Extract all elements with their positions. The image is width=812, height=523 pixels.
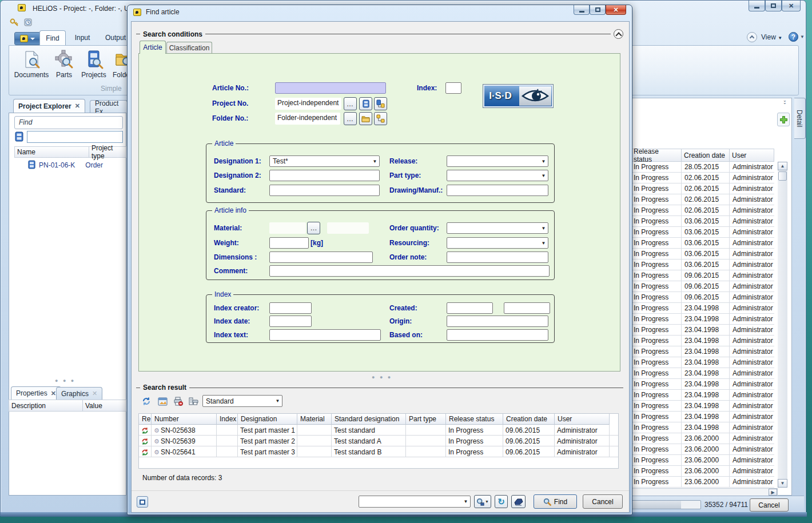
based-on-input[interactable]	[447, 329, 548, 341]
folder-structure-button[interactable]	[374, 112, 387, 125]
result-row[interactable]: ⚙SN-025638 Test part master 1 Test stand…	[139, 425, 618, 436]
refresh-results-button[interactable]	[141, 396, 152, 407]
result-row[interactable]: In Progress 09.06.2015 Administrator	[631, 281, 774, 292]
ribbon-tab-input[interactable]: Input	[68, 30, 97, 45]
result-row[interactable]: In Progress 23.04.1998 Administrator	[631, 314, 774, 325]
archive-clock-icon[interactable]	[23, 18, 33, 29]
result-row[interactable]: In Progress 23.04.1998 Administrator	[631, 346, 774, 357]
order-quantity-combo[interactable]: ▼	[447, 222, 548, 234]
material-browse-button[interactable]: …	[307, 222, 320, 234]
ribbon-tab-find[interactable]: Find	[39, 30, 66, 45]
resourcing-combo[interactable]: ▼	[447, 237, 548, 249]
find-parts-button[interactable]: Parts	[51, 48, 77, 82]
result-row[interactable]: ⚙SN-025641 Test part master 3 Test stand…	[139, 446, 618, 457]
result-row[interactable]: In Progress 23.04.1998 Administrator	[631, 325, 774, 336]
scroll-down-icon[interactable]: ▼	[778, 479, 787, 488]
comment-input[interactable]	[269, 265, 550, 277]
dimensions-input[interactable]	[269, 251, 373, 263]
dialog-pin-button[interactable]	[137, 496, 148, 508]
explorer-find-box[interactable]: Find	[14, 116, 123, 129]
delete-print-button[interactable]	[172, 396, 184, 407]
key-login-icon[interactable]	[10, 18, 19, 29]
detail-side-tab[interactable]: Detail	[794, 98, 806, 139]
double-chevron-down-icon[interactable]: ⌄⌄	[783, 99, 787, 104]
weight-input[interactable]	[269, 237, 309, 249]
col-release-status[interactable]: Release status	[446, 414, 503, 425]
properties-col-value[interactable]: Value	[83, 400, 126, 412]
index-input[interactable]	[445, 82, 461, 94]
status-cancel-button[interactable]: Cancel	[750, 498, 789, 512]
result-row[interactable]: In Progress 23.04.1998 Administrator	[631, 401, 774, 412]
result-row[interactable]: In Progress 02.06.2015 Administrator	[631, 183, 774, 194]
result-view-combo[interactable]: Standard▼	[202, 395, 282, 407]
designation2-input[interactable]	[269, 170, 380, 181]
collapse-section-button[interactable]	[614, 29, 623, 39]
col-release-icon[interactable]: Re	[139, 414, 152, 425]
result-row[interactable]: In Progress 23.06.2000 Administrator	[631, 433, 774, 444]
project-no-value[interactable]: Project-independent	[275, 98, 341, 110]
result-row[interactable]: In Progress 03.06.2015 Administrator	[631, 216, 774, 227]
result-row[interactable]: In Progress 23.04.1998 Administrator	[631, 412, 774, 422]
result-row[interactable]: ⚙SN-025639 Test part master 2 Test stand…	[139, 436, 618, 446]
result-row[interactable]: In Progress 03.06.2015 Administrator	[631, 259, 774, 270]
result-row[interactable]: In Progress 23.04.1998 Administrator	[631, 336, 774, 346]
result-row[interactable]: In Progress 03.06.2015 Administrator	[631, 227, 774, 238]
result-row[interactable]: In Progress 23.06.2000 Administrator	[631, 444, 774, 455]
project-structure-button[interactable]	[374, 97, 387, 110]
designation1-combo[interactable]: Test*▼	[269, 155, 380, 167]
explorer-row[interactable]: PN-01-06-K Order	[14, 159, 126, 171]
col-material[interactable]: Material	[297, 414, 332, 425]
add-button[interactable]	[777, 113, 790, 126]
drawing-manuf-input[interactable]	[447, 185, 548, 196]
result-row[interactable]: In Progress 23.06.2000 Administrator	[631, 455, 774, 466]
result-row[interactable]: In Progress 03.06.2015 Administrator	[631, 238, 774, 249]
col-user[interactable]: User	[555, 414, 610, 425]
result-row[interactable]: In Progress 09.06.2015 Administrator	[631, 292, 774, 303]
reset-search-button[interactable]: ↻	[495, 495, 508, 508]
result-row[interactable]: In Progress 23.04.1998 Administrator	[631, 422, 774, 433]
scroll-right-icon[interactable]: ▶	[769, 489, 777, 496]
results-col-user[interactable]: User	[730, 149, 774, 162]
results-col-creation-date[interactable]: Creation date	[682, 149, 730, 162]
result-row[interactable]: In Progress 09.06.2015 Administrator	[631, 270, 774, 281]
main-maximize-button[interactable]	[765, 1, 782, 11]
standard-input[interactable]	[269, 185, 380, 196]
splitter-grip[interactable]: ● ● ●	[55, 378, 75, 384]
result-row[interactable]: In Progress 28.05.2015 Administrator	[631, 162, 774, 173]
origin-input[interactable]	[447, 316, 548, 327]
created-to-input[interactable]	[504, 302, 550, 314]
results-hscrollbar[interactable]: ▶	[631, 488, 778, 496]
clear-fields-button[interactable]	[511, 495, 526, 508]
tab-classification[interactable]: Classification	[166, 42, 212, 54]
result-row[interactable]: In Progress 23.04.1998 Administrator	[631, 368, 774, 379]
tab-product-explorer[interactable]: Product Ex	[90, 100, 128, 114]
result-row[interactable]: In Progress 03.06.2015 Administrator	[631, 249, 774, 259]
result-row[interactable]: In Progress 23.04.1998 Administrator	[631, 390, 774, 401]
tab-graphics[interactable]: Graphics✕	[56, 387, 102, 400]
index-text-input[interactable]	[269, 329, 381, 341]
result-row[interactable]: In Progress 23.06.2000 Administrator	[631, 477, 774, 488]
vscrollbar-thumb[interactable]	[778, 171, 787, 181]
dialog-maximize-button[interactable]	[590, 5, 606, 15]
result-row[interactable]: In Progress 02.06.2015 Administrator	[631, 194, 774, 205]
explorer-search-input[interactable]	[27, 131, 123, 143]
cancel-button[interactable]: Cancel	[583, 494, 623, 509]
col-part-type[interactable]: Part type	[406, 414, 446, 425]
application-menu-button[interactable]	[14, 32, 41, 45]
tab-properties[interactable]: Properties✕	[11, 386, 61, 400]
splitter-grip[interactable]: ● ● ●	[372, 374, 392, 380]
ribbon-collapse-button[interactable]	[747, 32, 757, 42]
dialog-close-button[interactable]: ✕	[606, 5, 626, 15]
save-search-button[interactable]: ▼	[474, 495, 491, 508]
folder-no-value[interactable]: Folder-independent	[275, 113, 340, 125]
saved-search-combo[interactable]: ▼	[359, 496, 471, 508]
folder-browse-button[interactable]: …	[344, 112, 357, 125]
result-row[interactable]: In Progress 23.06.2000 Administrator	[631, 466, 774, 477]
help-button[interactable]: ? ▼	[789, 32, 805, 42]
folder-open-button[interactable]	[359, 112, 372, 125]
results-col-release-status[interactable]: Release status	[631, 149, 682, 162]
material-input[interactable]	[269, 222, 306, 234]
print-list-button[interactable]	[188, 396, 199, 407]
close-icon[interactable]: ✕	[75, 102, 80, 110]
result-row[interactable]: In Progress 23.04.1998 Administrator	[631, 303, 774, 314]
